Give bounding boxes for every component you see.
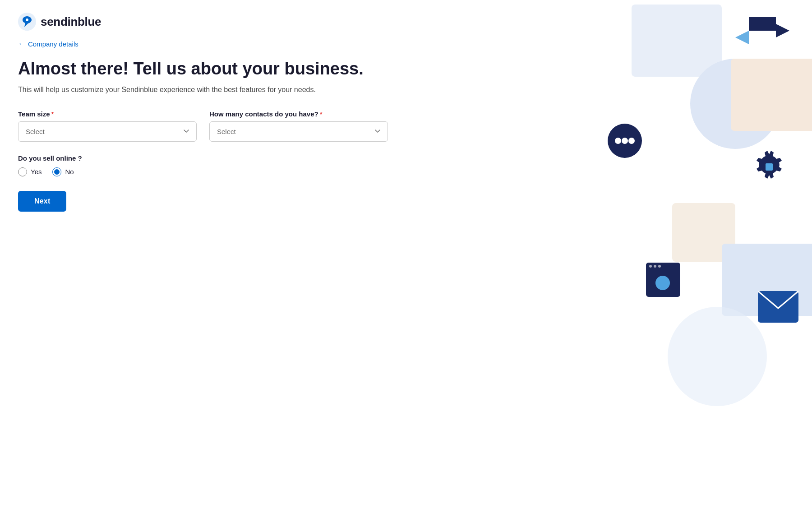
sell-online-no-label: No bbox=[65, 168, 74, 176]
sell-online-section: Do you sell online ? Yes No bbox=[18, 154, 388, 176]
sell-online-no-radio[interactable] bbox=[52, 167, 61, 176]
app-window-icon bbox=[645, 262, 681, 298]
svg-rect-14 bbox=[758, 291, 798, 323]
svg-point-6 bbox=[628, 138, 635, 144]
deco-circle-light bbox=[690, 59, 780, 149]
back-link-text: Company details bbox=[28, 40, 78, 48]
deco-peach-rect-top bbox=[731, 59, 812, 131]
contacts-select[interactable]: Select 0-500 501-2500 2501-10000 10001-5… bbox=[209, 121, 388, 142]
team-size-group: Team size* Select 1-5 6-20 21-50 51-200 … bbox=[18, 110, 197, 142]
back-link[interactable]: ← Company details bbox=[18, 40, 388, 48]
logo-text: sendinblue bbox=[41, 15, 101, 29]
gear-icon bbox=[751, 149, 787, 185]
svg-point-12 bbox=[658, 265, 661, 268]
contacts-required: * bbox=[320, 110, 323, 118]
svg-rect-8 bbox=[646, 263, 680, 297]
svg-point-13 bbox=[655, 276, 670, 290]
deco-circle-bottom bbox=[668, 307, 767, 406]
svg-point-4 bbox=[615, 138, 621, 144]
sell-online-yes-radio[interactable] bbox=[18, 167, 27, 176]
email-icon bbox=[758, 291, 798, 323]
sendinblue-logo-icon bbox=[18, 13, 36, 31]
svg-rect-9 bbox=[646, 263, 680, 270]
form-row-selects: Team size* Select 1-5 6-20 21-50 51-200 … bbox=[18, 110, 388, 142]
sell-online-yes-label: Yes bbox=[31, 168, 42, 176]
next-button[interactable]: Next bbox=[18, 191, 66, 212]
sell-online-label: Do you sell online ? bbox=[18, 154, 388, 162]
team-size-required: * bbox=[51, 110, 54, 118]
contacts-label: How many contacts do you have?* bbox=[209, 110, 388, 118]
sell-online-no-option[interactable]: No bbox=[52, 167, 74, 176]
svg-point-11 bbox=[654, 265, 656, 268]
sell-online-yes-option[interactable]: Yes bbox=[18, 167, 42, 176]
header: sendinblue bbox=[0, 0, 812, 40]
deco-peach-rect-mid bbox=[672, 203, 735, 262]
team-size-label: Team size* bbox=[18, 110, 197, 118]
page-title: Almost there! Tell us about your busines… bbox=[18, 59, 388, 79]
chat-bubble-icon bbox=[604, 122, 645, 162]
svg-point-10 bbox=[649, 265, 652, 268]
team-size-select[interactable]: Select 1-5 6-20 21-50 51-200 200+ bbox=[18, 121, 197, 142]
page-subtitle: This will help us customize your Sendinb… bbox=[18, 86, 388, 94]
main-content: ← Company details Almost there! Tell us … bbox=[0, 40, 406, 212]
contacts-group: How many contacts do you have?* Select 0… bbox=[209, 110, 388, 142]
svg-point-3 bbox=[608, 124, 642, 158]
decorations bbox=[496, 0, 812, 509]
deco-lightblue-rect-mid bbox=[722, 244, 812, 316]
svg-rect-7 bbox=[766, 163, 773, 171]
sell-online-options: Yes No bbox=[18, 167, 388, 176]
logo: sendinblue bbox=[18, 13, 794, 31]
svg-point-5 bbox=[622, 138, 628, 144]
back-arrow-icon: ← bbox=[18, 40, 25, 48]
